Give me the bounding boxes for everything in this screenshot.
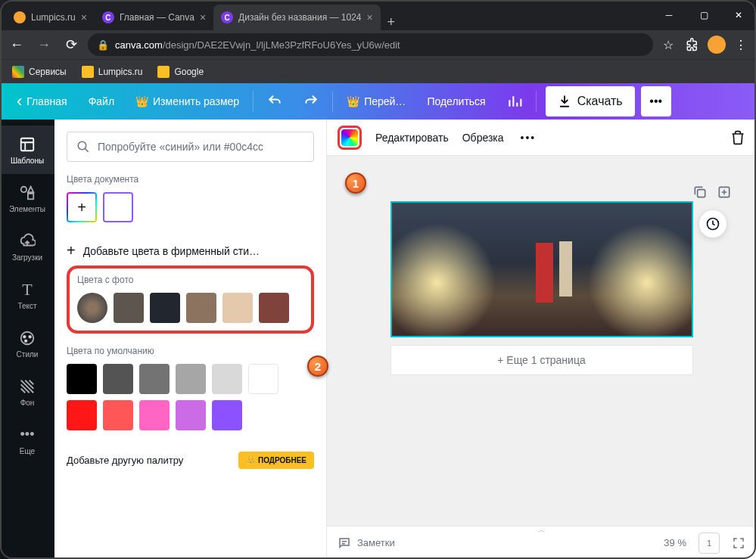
tab-canva-design[interactable]: C Дизайн без названия — 1024 × — [213, 5, 381, 30]
sidebar-item-uploads[interactable]: Загрузки — [0, 222, 54, 271]
annotation-callout-2: 2 — [307, 356, 328, 377]
delete-button[interactable] — [730, 130, 745, 145]
crown-icon: 👑 — [347, 95, 359, 107]
svg-point-4 — [23, 335, 26, 337]
edit-button[interactable]: Редактировать — [375, 132, 449, 144]
menu-button[interactable]: ⋮ — [732, 36, 750, 54]
home-label: Главная — [26, 95, 67, 107]
share-button[interactable]: Поделиться — [416, 83, 496, 120]
swatch-pink[interactable] — [139, 400, 170, 430]
home-button[interactable]: ‹ Главная — [6, 83, 78, 120]
file-label: Файл — [89, 95, 114, 107]
color-picker-button[interactable] — [338, 126, 362, 150]
sidebar-item-more[interactable]: •••Еще — [0, 416, 54, 464]
sidebar-item-styles[interactable]: Стили — [0, 319, 54, 368]
swatch-gray-lighter[interactable] — [212, 364, 242, 394]
profile-button[interactable] — [708, 36, 726, 54]
close-button[interactable]: ✕ — [721, 3, 756, 27]
url-input[interactable]: 🔒 canva.com/design/DAE2EVwjn_l/ljLMe3Pzf… — [88, 33, 653, 56]
canvas-page-image[interactable] — [390, 201, 693, 337]
ai-suggest-button[interactable] — [699, 210, 726, 238]
forward-button[interactable]: → — [33, 34, 54, 55]
minimize-button[interactable]: ─ — [652, 3, 686, 27]
upgrade-button[interactable]: 👑 Перей… — [336, 83, 416, 120]
sidebar-item-templates[interactable]: Шаблоны — [0, 126, 54, 174]
add-page-button[interactable] — [717, 185, 732, 200]
browser-tabs: Lumpics.ru × C Главная — Canva × C Дизай… — [0, 0, 652, 30]
bookmark-label: Lumpics.ru — [98, 67, 143, 77]
swatch-gray-light[interactable] — [176, 364, 206, 394]
swatch-photo-5[interactable] — [259, 293, 289, 323]
swatch-purple[interactable] — [212, 400, 242, 430]
sidebar-label: Шаблоны — [11, 157, 44, 165]
svg-rect-8 — [698, 190, 705, 197]
add-color-button[interactable]: + — [67, 192, 97, 222]
add-brand-colors-button[interactable]: + Добавьте цвета в фирменный сти… — [67, 236, 314, 266]
swatch-photo-2[interactable] — [150, 293, 180, 323]
zoom-level[interactable]: 39 % — [664, 537, 686, 548]
photo-thumbnail[interactable] — [77, 293, 107, 323]
crown-icon: 👑 — [246, 456, 255, 464]
styles-icon — [18, 329, 36, 347]
resize-button[interactable]: 👑 Изменить размер — [125, 83, 250, 120]
context-more-button[interactable]: ••• — [521, 132, 537, 144]
detail-button[interactable]: 👑 ПОДРОБНЕЕ — [238, 452, 314, 469]
fullscreen-button[interactable] — [732, 536, 745, 550]
reload-button[interactable]: ⟳ — [61, 34, 82, 55]
sidebar-item-elements[interactable]: Элементы — [0, 174, 54, 222]
sidebar-item-text[interactable]: TТекст — [0, 271, 54, 319]
search-icon — [76, 140, 90, 154]
window-controls: ─ ▢ ✕ — [652, 3, 756, 27]
notes-label: Заметки — [357, 537, 395, 548]
notes-button[interactable]: Заметки — [338, 536, 395, 550]
svg-rect-0 — [21, 138, 34, 151]
swatch-red[interactable] — [67, 400, 97, 430]
undo-button[interactable] — [257, 83, 293, 120]
close-icon[interactable]: × — [200, 11, 206, 23]
extensions-button[interactable] — [683, 36, 702, 54]
folder-icon — [157, 66, 170, 78]
close-icon[interactable]: × — [81, 11, 87, 23]
sidebar-label: Еще — [20, 447, 35, 455]
templates-icon — [18, 135, 36, 154]
tab-canva-home[interactable]: C Главная — Canva × — [95, 5, 213, 30]
swatch-white[interactable] — [248, 364, 278, 394]
insights-button[interactable] — [496, 83, 533, 120]
bookmark-lumpics[interactable]: Lumpics.ru — [76, 63, 149, 81]
swatch-red-light[interactable] — [103, 400, 133, 430]
bookmark-label: Google — [174, 67, 204, 77]
canvas-body[interactable]: + Еще 1 страница — [327, 156, 756, 526]
close-icon[interactable]: × — [367, 11, 373, 23]
back-button[interactable]: ← — [6, 34, 27, 55]
download-button[interactable]: Скачать — [546, 86, 635, 116]
svg-point-3 — [21, 331, 34, 344]
file-menu[interactable]: Файл — [78, 83, 125, 120]
canvas-area: Редактировать Обрезка ••• + — [327, 120, 756, 559]
swatch-photo-1[interactable] — [114, 293, 144, 323]
duplicate-page-button[interactable] — [692, 185, 708, 200]
sidebar-item-background[interactable]: Фон — [0, 368, 54, 416]
swatch-gray-dark[interactable] — [103, 364, 133, 394]
bookmark-services[interactable]: Сервисы — [6, 63, 73, 81]
bookmark-google[interactable]: Google — [151, 63, 210, 81]
color-search-input[interactable]: Попробуйте «синий» или #00c4cc — [67, 132, 314, 162]
tab-lumpics[interactable]: Lumpics.ru × — [6, 5, 95, 30]
crop-button[interactable]: Обрезка — [462, 132, 504, 144]
new-tab-button[interactable]: + — [381, 14, 402, 30]
redo-button[interactable] — [293, 83, 329, 120]
drag-handle-icon[interactable]: ︿ — [527, 525, 557, 536]
swatch-purple-light[interactable] — [176, 400, 206, 430]
swatch-photo-3[interactable] — [186, 293, 216, 323]
tab-title: Lumpics.ru — [31, 12, 76, 23]
swatch-gray[interactable] — [139, 364, 170, 394]
swatch-black[interactable] — [67, 364, 97, 394]
swatch-photo-4[interactable] — [222, 293, 253, 323]
page-indicator[interactable]: 1 — [698, 533, 720, 554]
add-page-bar[interactable]: + Еще 1 страница — [390, 345, 693, 375]
maximize-button[interactable]: ▢ — [686, 3, 721, 27]
star-button[interactable]: ☆ — [659, 36, 677, 54]
more-button[interactable]: ••• — [641, 86, 671, 116]
crown-icon: 👑 — [135, 95, 148, 107]
search-placeholder: Попробуйте «синий» или #00c4cc — [98, 141, 263, 153]
swatch-white[interactable] — [103, 192, 133, 222]
